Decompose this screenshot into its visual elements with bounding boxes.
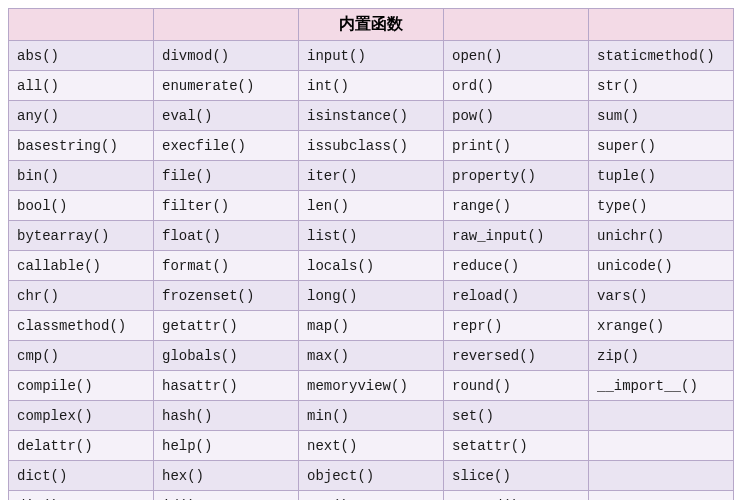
builtin-functions-table: 内置函数 abs()divmod()input()open()staticmet… bbox=[8, 8, 734, 500]
table-cell: cmp() bbox=[9, 341, 154, 371]
table-cell: max() bbox=[299, 341, 444, 371]
table-row: bytearray()float()list()raw_input()unich… bbox=[9, 221, 734, 251]
header-blank-1 bbox=[9, 9, 154, 41]
table-cell: divmod() bbox=[154, 41, 299, 71]
table-cell: min() bbox=[299, 401, 444, 431]
table-cell: reduce() bbox=[444, 251, 589, 281]
table-cell: xrange() bbox=[589, 311, 734, 341]
table-row: all()enumerate()int()ord()str() bbox=[9, 71, 734, 101]
table-cell: iter() bbox=[299, 161, 444, 191]
table-cell: issubclass() bbox=[299, 131, 444, 161]
table-cell: memoryview() bbox=[299, 371, 444, 401]
table-cell: classmethod() bbox=[9, 311, 154, 341]
table-row: callable()format()locals()reduce()unicod… bbox=[9, 251, 734, 281]
table-cell: globals() bbox=[154, 341, 299, 371]
table-cell: list() bbox=[299, 221, 444, 251]
table-cell: filter() bbox=[154, 191, 299, 221]
table-cell: file() bbox=[154, 161, 299, 191]
table-cell: int() bbox=[299, 71, 444, 101]
table-cell: float() bbox=[154, 221, 299, 251]
table-cell: callable() bbox=[9, 251, 154, 281]
table-cell: oct() bbox=[299, 491, 444, 501]
table-row: bool()filter()len()range()type() bbox=[9, 191, 734, 221]
table-cell: bin() bbox=[9, 161, 154, 191]
table-cell: dir() bbox=[9, 491, 154, 501]
table-cell: next() bbox=[299, 431, 444, 461]
table-row: cmp()globals()max()reversed()zip() bbox=[9, 341, 734, 371]
header-blank-4 bbox=[589, 9, 734, 41]
table-cell: hash() bbox=[154, 401, 299, 431]
table-cell: property() bbox=[444, 161, 589, 191]
table-row: delattr()help()next()setattr() bbox=[9, 431, 734, 461]
header-blank-2 bbox=[154, 9, 299, 41]
table-row: compile()hasattr()memoryview()round()__i… bbox=[9, 371, 734, 401]
table-cell: abs() bbox=[9, 41, 154, 71]
table-cell: basestring() bbox=[9, 131, 154, 161]
table-cell: execfile() bbox=[154, 131, 299, 161]
table-cell: enumerate() bbox=[154, 71, 299, 101]
table-row: classmethod()getattr()map()repr()xrange(… bbox=[9, 311, 734, 341]
table-cell: unicode() bbox=[589, 251, 734, 281]
table-cell bbox=[589, 491, 734, 501]
table-cell bbox=[589, 431, 734, 461]
table-cell: type() bbox=[589, 191, 734, 221]
table-cell: chr() bbox=[9, 281, 154, 311]
table-cell: hex() bbox=[154, 461, 299, 491]
table-cell: ord() bbox=[444, 71, 589, 101]
table-cell: str() bbox=[589, 71, 734, 101]
header-blank-3 bbox=[444, 9, 589, 41]
table-cell: object() bbox=[299, 461, 444, 491]
table-cell: range() bbox=[444, 191, 589, 221]
table-cell: tuple() bbox=[589, 161, 734, 191]
table-cell: format() bbox=[154, 251, 299, 281]
table-cell bbox=[589, 461, 734, 491]
table-cell: locals() bbox=[299, 251, 444, 281]
table-cell: help() bbox=[154, 431, 299, 461]
header-title: 内置函数 bbox=[299, 9, 444, 41]
table-cell: vars() bbox=[589, 281, 734, 311]
table-cell: complex() bbox=[9, 401, 154, 431]
table-row: chr()frozenset()long()reload()vars() bbox=[9, 281, 734, 311]
table-cell: eval() bbox=[154, 101, 299, 131]
table-cell: all() bbox=[9, 71, 154, 101]
table-cell: open() bbox=[444, 41, 589, 71]
table-cell: sorted() bbox=[444, 491, 589, 501]
table-row: abs()divmod()input()open()staticmethod() bbox=[9, 41, 734, 71]
table-cell: reversed() bbox=[444, 341, 589, 371]
table-cell: set() bbox=[444, 401, 589, 431]
table-row: dict()hex()object()slice() bbox=[9, 461, 734, 491]
table-cell: __import__() bbox=[589, 371, 734, 401]
table-cell: unichr() bbox=[589, 221, 734, 251]
table-row: any()eval()isinstance()pow()sum() bbox=[9, 101, 734, 131]
table-row: bin()file()iter()property()tuple() bbox=[9, 161, 734, 191]
table-cell: bool() bbox=[9, 191, 154, 221]
table-cell: hasattr() bbox=[154, 371, 299, 401]
table-cell: compile() bbox=[9, 371, 154, 401]
table-cell: id() bbox=[154, 491, 299, 501]
table-cell: dict() bbox=[9, 461, 154, 491]
table-cell: getattr() bbox=[154, 311, 299, 341]
table-cell: any() bbox=[9, 101, 154, 131]
table-cell: long() bbox=[299, 281, 444, 311]
table-cell: setattr() bbox=[444, 431, 589, 461]
table-cell: staticmethod() bbox=[589, 41, 734, 71]
table-cell: pow() bbox=[444, 101, 589, 131]
table-cell: isinstance() bbox=[299, 101, 444, 131]
table-cell: input() bbox=[299, 41, 444, 71]
table-cell: bytearray() bbox=[9, 221, 154, 251]
table-row: basestring()execfile()issubclass()print(… bbox=[9, 131, 734, 161]
table-cell: round() bbox=[444, 371, 589, 401]
table-row: dir()id()oct()sorted() bbox=[9, 491, 734, 501]
table-cell: repr() bbox=[444, 311, 589, 341]
table-cell: zip() bbox=[589, 341, 734, 371]
table-cell: map() bbox=[299, 311, 444, 341]
table-cell: delattr() bbox=[9, 431, 154, 461]
table-cell: super() bbox=[589, 131, 734, 161]
table-row: complex()hash()min()set() bbox=[9, 401, 734, 431]
table-cell: reload() bbox=[444, 281, 589, 311]
table-cell: print() bbox=[444, 131, 589, 161]
table-cell bbox=[589, 401, 734, 431]
header-row: 内置函数 bbox=[9, 9, 734, 41]
table-cell: raw_input() bbox=[444, 221, 589, 251]
table-cell: slice() bbox=[444, 461, 589, 491]
